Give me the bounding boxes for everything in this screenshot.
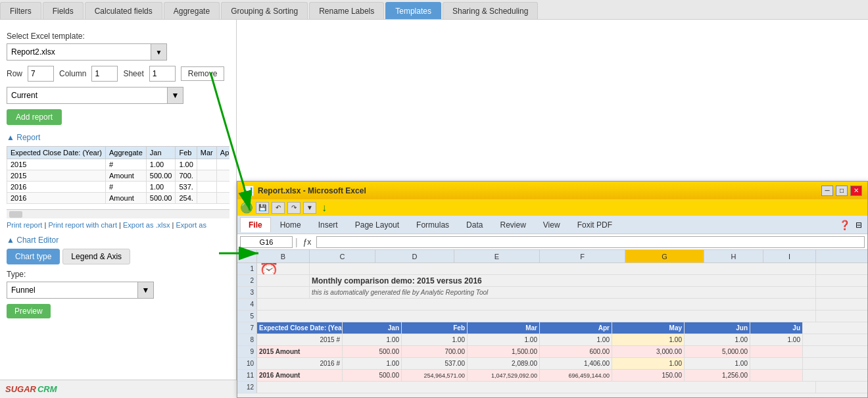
cell-b5[interactable] xyxy=(257,311,816,322)
preview-button[interactable]: Preview xyxy=(7,304,51,318)
add-report-button[interactable]: Add report xyxy=(7,109,62,125)
tab-grouping-sorting[interactable]: Grouping & Sorting xyxy=(221,2,308,19)
cell-b9[interactable]: 2015 Amount xyxy=(257,346,343,357)
col-header-h[interactable]: H xyxy=(704,250,763,262)
col-header-f[interactable]: F xyxy=(540,250,625,262)
col-header-c[interactable]: C xyxy=(310,250,375,262)
sheet-input[interactable] xyxy=(149,66,176,82)
h-scrollbar[interactable] xyxy=(7,209,229,218)
ribbon-file-tab[interactable]: File xyxy=(240,217,271,232)
type-input[interactable] xyxy=(7,282,138,299)
tab-templates[interactable]: Templates xyxy=(385,2,441,19)
minimize-button[interactable]: ─ xyxy=(821,186,833,196)
formula-input[interactable] xyxy=(316,236,865,248)
export-link[interactable]: Export as xyxy=(176,221,206,229)
cell-i7[interactable]: Ju xyxy=(750,322,803,334)
report-anchor[interactable]: ▲ Report xyxy=(7,133,40,142)
cell-g7[interactable]: May xyxy=(612,322,685,334)
cell-h10[interactable]: 1.00 xyxy=(685,358,750,369)
cell-c8[interactable]: 1.00 xyxy=(343,334,402,345)
cell-b11[interactable]: 2016 Amount xyxy=(257,370,343,381)
ribbon-home-tab[interactable]: Home xyxy=(272,218,309,232)
col-input[interactable] xyxy=(91,66,118,82)
maximize-button[interactable]: □ xyxy=(836,186,848,196)
cell-f10[interactable]: 1,406.00 xyxy=(540,358,612,369)
cell-b7[interactable]: Expected Close Date: (Year) xyxy=(257,322,343,334)
cell-e10[interactable]: 2,089.00 xyxy=(468,358,540,369)
legend-axis-tab[interactable]: Legend & Axis xyxy=(62,249,130,264)
help-icon[interactable]: ❓ xyxy=(839,220,850,230)
cell-c3[interactable]: this is automatically generated file by … xyxy=(310,287,816,298)
template-input[interactable] xyxy=(7,43,151,61)
col-header-b[interactable]: B xyxy=(257,250,310,262)
cell-g10[interactable]: 1.00 xyxy=(612,358,685,369)
chart-type-tab[interactable]: Chart type xyxy=(7,249,60,264)
col-header-g[interactable]: G xyxy=(625,250,704,262)
col-header-d[interactable]: D xyxy=(375,250,454,262)
print-report-link[interactable]: Print report xyxy=(7,221,42,229)
cell-h7[interactable]: Jun xyxy=(685,322,750,334)
cell-e9[interactable]: 1,500.00 xyxy=(468,346,540,357)
cell-b12[interactable] xyxy=(257,382,816,393)
cell-i9[interactable] xyxy=(750,346,803,357)
cell-c7[interactable]: Jan xyxy=(343,322,402,334)
cell-h9[interactable]: 5,000.00 xyxy=(685,346,750,357)
cell-d7[interactable]: Feb xyxy=(402,322,468,334)
cell-h8[interactable]: 1.00 xyxy=(685,334,750,345)
cell-b1[interactable]: ⏰ xyxy=(257,263,310,274)
export-xlsx-link[interactable]: Export as .xlsx xyxy=(123,221,170,229)
cell-b4[interactable] xyxy=(257,299,816,310)
redo-qat-btn[interactable]: ↷ xyxy=(287,202,301,214)
function-icon[interactable]: ƒx xyxy=(303,237,312,247)
cell-g9[interactable]: 3,000.00 xyxy=(612,346,685,357)
collapse-ribbon-btn[interactable]: ⊟ xyxy=(856,220,862,230)
cell-c2[interactable]: Monthly comparison demo: 2015 versus 201… xyxy=(310,275,816,286)
ribbon-view-tab[interactable]: View xyxy=(535,218,568,232)
cell-b8[interactable]: 2015 # xyxy=(257,334,343,345)
remove-button[interactable]: Remove xyxy=(181,66,225,81)
ribbon-insert-tab[interactable]: Insert xyxy=(310,218,346,232)
cell-c1[interactable] xyxy=(310,263,816,274)
print-report-chart-link[interactable]: Print report with chart xyxy=(48,221,117,229)
ribbon-foxitpdf-tab[interactable]: Foxit PDF xyxy=(569,218,620,232)
ribbon-pagelayout-tab[interactable]: Page Layout xyxy=(347,218,407,232)
cell-d8[interactable]: 1.00 xyxy=(402,334,468,345)
cell-f9[interactable]: 600.00 xyxy=(540,346,612,357)
cell-e7[interactable]: Mar xyxy=(468,322,540,334)
tab-rename-labels[interactable]: Rename Labels xyxy=(309,2,384,19)
cell-c11[interactable]: 500.00 xyxy=(343,370,402,381)
cell-c9[interactable]: 500.00 xyxy=(343,346,402,357)
cell-h11[interactable]: 1,256.00 xyxy=(685,370,750,381)
chart-editor-title[interactable]: ▲ Chart Editor xyxy=(7,236,59,245)
current-input[interactable] xyxy=(7,87,168,104)
cell-c10[interactable]: 1.00 xyxy=(343,358,402,369)
cell-f8[interactable]: 1.00 xyxy=(540,334,612,345)
cell-i11[interactable] xyxy=(750,370,803,381)
tab-filters[interactable]: Filters xyxy=(0,2,41,19)
dropdown-qat-btn[interactable]: ▼ xyxy=(303,202,316,214)
tab-aggregate[interactable]: Aggregate xyxy=(164,2,220,19)
type-dropdown-btn[interactable]: ▼ xyxy=(138,282,154,299)
cell-g11[interactable]: 150.00 xyxy=(612,370,685,381)
cell-i10[interactable] xyxy=(750,358,803,369)
cell-f7[interactable]: Apr xyxy=(540,322,612,334)
ribbon-formulas-tab[interactable]: Formulas xyxy=(408,218,457,232)
col-header-e[interactable]: E xyxy=(454,250,540,262)
tab-calculated-fields[interactable]: Calculated fields xyxy=(85,2,162,19)
cell-i8[interactable]: 1.00 xyxy=(750,334,803,345)
row-input[interactable] xyxy=(28,66,54,82)
tab-fields[interactable]: Fields xyxy=(43,2,84,19)
report-link[interactable]: ▲ Report xyxy=(7,133,229,142)
current-dropdown-btn[interactable]: ▼ xyxy=(168,87,183,104)
cell-b2[interactable] xyxy=(257,275,310,286)
close-button[interactable]: ✕ xyxy=(850,186,862,196)
cell-b3[interactable] xyxy=(257,287,310,298)
cell-e8[interactable]: 1.00 xyxy=(468,334,540,345)
cell-f11[interactable]: 696,459,144.00 xyxy=(540,370,612,381)
cell-d11[interactable]: 254,964,571.00 xyxy=(402,370,468,381)
col-header-i[interactable]: I xyxy=(763,250,816,262)
tab-sharing-scheduling[interactable]: Sharing & Scheduling xyxy=(443,2,538,19)
undo-qat-btn[interactable]: ↶ xyxy=(272,202,285,214)
cell-g8[interactable]: 1.00 xyxy=(612,334,685,345)
name-box[interactable] xyxy=(240,236,293,248)
